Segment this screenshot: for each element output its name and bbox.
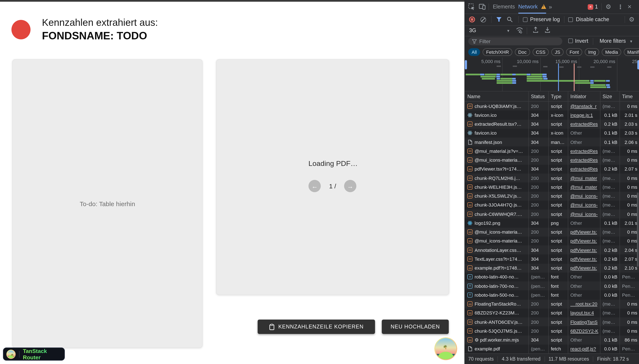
initiator-link[interactable]: pdfViewer.ts: [570,256,597,262]
table-row[interactable]: <>chunk-UQB3IAMY.js…200script@tanstack_r… [465,102,639,111]
initiator-link[interactable]: extractedRes [570,122,598,126]
table-row[interactable]: <>@mui_icons-materia…200scriptpdfViewer.… [465,236,639,246]
filter-chip-css[interactable]: CSS [532,48,549,56]
initiator-link[interactable]: extractedRes [570,166,598,172]
initiator-link[interactable]: pdfViewer.ts: [570,248,597,252]
column-header-initiator[interactable]: Initiator [568,92,586,102]
throttling-dropdown-arrow-icon[interactable]: ▾ [507,26,509,36]
table-row[interactable]: <>⚙ pdf.worker.min.mjs304scriptOther0.1 … [465,336,639,344]
tab-elements[interactable]: Elements [493,0,515,14]
filter-chip-font[interactable]: Font [566,48,582,56]
column-separator[interactable] [600,91,600,354]
more-tabs-icon[interactable]: » [549,0,552,14]
table-row[interactable]: <>extractedResult.tsx?…304scriptextracte… [465,120,639,129]
table-row[interactable]: <>chunk-5JQOJ7MS.js…200script6BZD2SY2-K(… [465,326,639,336]
initiator-link[interactable]: pdfViewer.ts: [570,238,597,244]
column-header-status[interactable]: Status [528,92,545,102]
column-separator[interactable] [568,91,568,354]
overview-handle-left[interactable] [465,60,467,70]
preserve-log-checkbox[interactable] [523,17,528,22]
table-row[interactable]: <>chunk-3JOA4H7Q.js…200script@mui_icons-… [465,200,639,210]
table-row[interactable]: Troboto-latin-500-no…(pen…fontOther0.0 k… [465,290,639,300]
table-row[interactable]: <>chunk-ANTO6CEV.js…200scriptFloatingTan… [465,318,639,326]
column-header-name[interactable]: Name [465,92,480,102]
copy-kennzahlen-button[interactable]: KENNZAHLENZEILE KOPIEREN [258,320,375,334]
table-row[interactable]: <>6BZD2SY2-KZ23M…200scriptlayout.tsx:4(m… [465,308,639,318]
initiator-link[interactable]: layout.tsx:4 [570,310,594,316]
clear-network-log-icon[interactable] [481,17,486,22]
scrollbar-thumb[interactable] [637,192,638,267]
invert-filter-checkbox[interactable] [568,38,573,43]
filter-chip-doc[interactable]: Doc [515,48,530,56]
tanstack-router-devtools-badge[interactable]: 🌴 TanStack Router [3,348,65,360]
table-row[interactable]: <>example.pdf?t=1748…304scriptpdfViewer.… [465,264,639,272]
filter-icon[interactable] [496,17,502,22]
initiator-link[interactable]: __root.tsx:20 [570,301,597,306]
column-separator[interactable] [548,91,549,354]
column-header-size[interactable]: Size [600,92,612,102]
table-row[interactable]: <>chunk-WELHIE3H.js…200script@mui_mater(… [465,183,639,192]
column-separator[interactable] [528,91,529,354]
table-row[interactable]: example.pdf(pen…fetchreact-pdf.js?0.0 kB… [465,344,639,354]
table-row[interactable]: <>@mui_icons-materia…200scriptpdfViewer.… [465,228,639,236]
import-har-icon[interactable] [533,27,539,33]
disable-cache-checkbox[interactable] [568,17,573,22]
table-row[interactable]: logo192.png304pngOther0.1 kB2.01 s [465,218,639,228]
search-icon[interactable] [507,16,513,22]
table-row[interactable]: <>TextLayer.css?t=174…304scriptpdfViewer… [465,254,639,264]
more-filters-dropdown[interactable]: More filters [600,36,626,46]
filter-chip-fetch-xhr[interactable]: Fetch/XHR [483,48,512,56]
initiator-link[interactable]: @tanstack_r [570,104,597,108]
table-row[interactable]: favicon.ico304x-iconOther0.1 kB2.03 s [465,129,639,138]
initiator-link[interactable]: 6BZD2SY2-K [570,328,598,334]
export-har-icon[interactable] [544,27,550,33]
error-badge-icon[interactable]: ✕ [588,4,593,10]
network-filter-input[interactable]: Filter [468,37,562,45]
initiator-link[interactable]: @mui_icons- [570,194,598,198]
table-row[interactable]: <>FloatingTanStackRo…200script__root.tsx… [465,300,639,308]
network-overview-timeline[interactable]: 5,000 ms10,000 ms15,000 ms20,000 ms25,00… [465,58,639,91]
tab-network[interactable]: Network [518,0,538,14]
table-row[interactable]: <>chunk-X5LSWL2V.js…200script@mui_icons-… [465,192,639,200]
device-toolbar-icon[interactable] [479,4,486,10]
next-page-button[interactable]: → [344,180,356,192]
column-header-time[interactable]: Time [619,92,633,102]
initiator-link[interactable]: pdfViewer.ts: [570,230,597,234]
tanstack-floating-logo[interactable]: 🌴 [434,337,457,360]
upload-new-button[interactable]: NEU HOCHLADEN [382,320,449,334]
initiator-link[interactable]: @mui_icons- [570,212,598,216]
initiator-link[interactable]: FloatingTanS [570,319,597,324]
initiator-link[interactable]: @mui_mater [570,184,597,190]
column-header-type[interactable]: Type [548,92,561,102]
table-row[interactable]: Troboto-latin-400-no…(pen…fontOther0.0 k… [465,272,639,282]
filter-chip-manifest[interactable]: Manifest [624,48,639,56]
network-conditions-icon[interactable] [516,27,523,34]
table-row[interactable]: favicon.ico304x-iconinpage.js:10.1 kB2.0… [465,111,639,120]
initiator-link[interactable]: extractedRes [570,158,598,162]
initiator-link[interactable]: @mui_mater [570,176,597,180]
initiator-link[interactable]: pdfViewer.ts: [570,266,597,270]
filter-chip-img[interactable]: Img [585,48,599,56]
settings-gear-icon[interactable]: ⚙ [605,0,611,14]
kebab-menu-icon[interactable]: ⋮ [617,0,623,14]
overview-handle-right[interactable] [637,60,639,70]
initiator-link[interactable]: inpage.js:1 [570,112,593,118]
table-row[interactable]: <>@mui_material.js?v=…200scriptextracted… [465,147,639,156]
table-row[interactable]: <>pdfViewer.tsx?t=174…304scriptextracted… [465,165,639,174]
table-row[interactable]: <>AnnotationLayer.css…304scriptpdfViewer… [465,246,639,254]
initiator-link[interactable]: extractedRes [570,148,598,154]
table-row[interactable]: <>chunk-RQ7LM2H6.j…200script@mui_mater(m… [465,174,639,183]
prev-page-button[interactable]: ← [308,180,321,192]
table-row[interactable]: manifest.json304man…Other0.1 kB2.06 s [465,138,639,147]
filter-chip-media[interactable]: Media [602,48,621,56]
throttling-select-value[interactable]: 3G [469,26,476,36]
inspect-element-icon[interactable] [468,4,475,10]
initiator-link[interactable]: react-pdf.js? [570,346,596,352]
table-row[interactable]: <>@mui_icons-materia…200scriptextractedR… [465,156,639,165]
record-network-log-button[interactable] [469,16,475,22]
table-row[interactable]: <>chunk-C6WWHQR7.…200script@mui_icons-(m… [465,210,639,218]
network-settings-gear-icon[interactable]: ⚙ [629,14,634,26]
column-separator[interactable] [619,91,620,354]
close-devtools-icon[interactable]: × [627,0,631,14]
filter-chip-js[interactable]: JS [551,48,564,56]
